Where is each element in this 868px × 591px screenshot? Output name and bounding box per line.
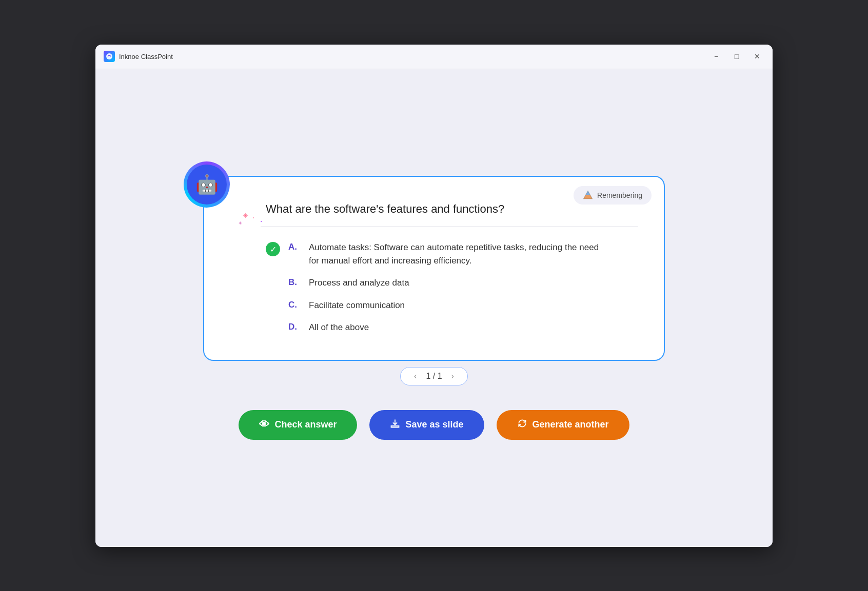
option-b-letter: B.	[288, 277, 301, 288]
minimize-button[interactable]: −	[709, 49, 723, 64]
page-control: ‹ 1 / 1 ›	[400, 367, 468, 385]
close-button[interactable]: ✕	[750, 49, 764, 64]
avatar-wrapper: 🤖	[184, 161, 230, 208]
pagination: ‹ 1 / 1 ›	[203, 367, 665, 385]
titlebar: Inknoe ClassPoint − □ ✕	[95, 45, 773, 69]
svg-marker-2	[586, 191, 590, 195]
avatar-emoji: 🤖	[195, 174, 219, 195]
option-a-letter: A.	[288, 242, 301, 252]
option-b: B. Process and analyze data	[266, 276, 638, 290]
option-a: ✓ A. Automate tasks: Software can automa…	[266, 241, 638, 267]
badge-label: Remembering	[597, 191, 642, 199]
option-a-text: Automate tasks: Software can automate re…	[309, 241, 599, 267]
app-window: Inknoe ClassPoint − □ ✕ 🤖	[95, 45, 773, 547]
correct-check-icon: ✓	[266, 242, 280, 256]
question-divider	[261, 226, 638, 227]
check-answer-button[interactable]: 👁 Check answer	[239, 410, 357, 440]
generate-another-button[interactable]: Generate another	[497, 410, 629, 440]
option-b-text: Process and analyze data	[309, 276, 409, 290]
app-logo	[104, 51, 115, 62]
save-as-slide-button[interactable]: Save as slide	[369, 410, 484, 440]
action-buttons: 👁 Check answer Save as slide	[239, 410, 629, 440]
maximize-button[interactable]: □	[729, 49, 744, 64]
prev-page-button[interactable]: ‹	[412, 372, 419, 381]
option-c-text: Facilitate communication	[309, 299, 405, 312]
svg-marker-3	[584, 195, 593, 199]
quiz-card: 🤖 Remembering ✳ ✳	[203, 176, 665, 361]
pyramid-icon	[583, 190, 593, 200]
svg-point-0	[106, 53, 112, 59]
option-d: D. All of the above	[266, 321, 638, 334]
avatar-ring: 🤖	[184, 161, 230, 208]
save-as-slide-label: Save as slide	[405, 419, 463, 430]
option-d-letter: D.	[288, 322, 301, 332]
page-display: 1 / 1	[426, 372, 442, 381]
check-answer-label: Check answer	[274, 419, 337, 430]
eye-icon: 👁	[259, 419, 269, 431]
option-c: C. Facilitate communication	[266, 299, 638, 312]
generate-another-label: Generate another	[532, 419, 609, 430]
main-content: 🤖 Remembering ✳ ✳	[95, 69, 773, 547]
avatar: 🤖	[187, 165, 227, 205]
option-c-letter: C.	[288, 300, 301, 310]
next-page-button[interactable]: ›	[449, 372, 456, 381]
window-controls: − □ ✕	[709, 49, 764, 64]
check-circle: ✓	[266, 242, 280, 256]
refresh-icon	[517, 418, 527, 431]
options-list: ✓ A. Automate tasks: Software can automa…	[261, 241, 638, 334]
option-d-text: All of the above	[309, 321, 369, 334]
save-icon	[390, 418, 400, 431]
sparkle-decoration-2: •	[261, 215, 262, 225]
app-title: Inknoe ClassPoint	[119, 53, 709, 60]
remembering-badge: Remembering	[574, 186, 652, 205]
